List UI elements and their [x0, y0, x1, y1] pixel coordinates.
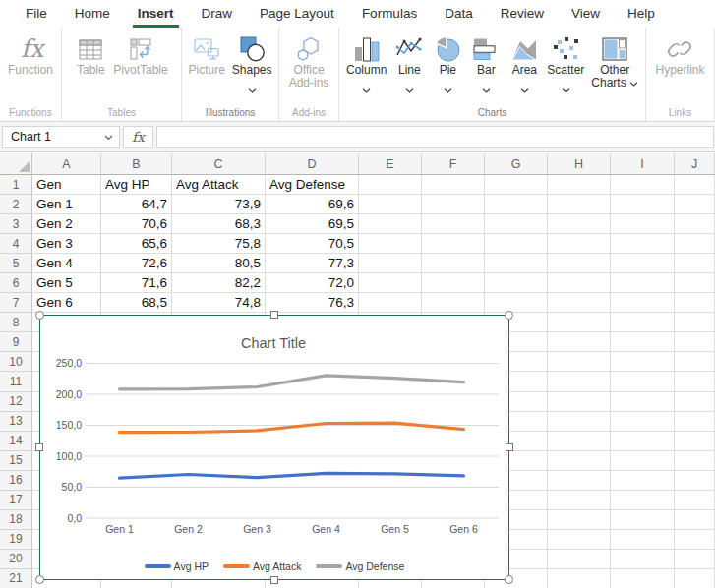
name-box[interactable]: Chart 1: [2, 126, 120, 148]
line-button[interactable]: Line: [390, 34, 428, 85]
formula-input[interactable]: [156, 126, 714, 148]
tab-help[interactable]: Help: [614, 0, 669, 28]
cell-J16[interactable]: [675, 471, 715, 491]
row-header-3[interactable]: 3: [0, 214, 32, 234]
cell-A6[interactable]: Gen 5: [32, 273, 101, 293]
cell-I18[interactable]: [611, 510, 675, 530]
col-header-H[interactable]: H: [548, 153, 611, 175]
cell-H5[interactable]: [548, 254, 611, 273]
cell-D5[interactable]: 77,3: [266, 254, 359, 273]
cell-H3[interactable]: [548, 214, 611, 234]
row-header-8[interactable]: 8: [0, 313, 32, 332]
chart-resize-handle-ne[interactable]: [505, 311, 513, 320]
cell-C2[interactable]: 73,9: [172, 195, 266, 214]
cell-H8[interactable]: [548, 313, 611, 332]
cell-G6[interactable]: [485, 273, 548, 293]
row-header-9[interactable]: 9: [0, 332, 32, 352]
cell-B6[interactable]: 71,6: [101, 273, 172, 293]
cell-B4[interactable]: 65,6: [101, 234, 172, 254]
cell-F3[interactable]: [422, 214, 485, 234]
cell-J6[interactable]: [675, 273, 715, 293]
row-header-19[interactable]: 19: [0, 530, 32, 550]
row-header-1[interactable]: 1: [0, 175, 32, 195]
tab-view[interactable]: View: [558, 0, 614, 28]
cell-H18[interactable]: [548, 510, 611, 530]
chart-title[interactable]: Chart Title: [241, 335, 306, 351]
cell-I14[interactable]: [611, 432, 675, 451]
row-header-17[interactable]: 17: [0, 491, 32, 510]
cell-H2[interactable]: [548, 195, 611, 214]
row-header-18[interactable]: 18: [0, 510, 32, 530]
chart-resize-handle-sw[interactable]: [35, 575, 44, 584]
select-all-corner[interactable]: [0, 153, 32, 175]
tab-formulas[interactable]: Formulas: [348, 0, 431, 28]
cell-A5[interactable]: Gen 4: [32, 254, 101, 273]
cell-I2[interactable]: [611, 195, 675, 214]
cell-J9[interactable]: [675, 332, 715, 352]
chart-resize-handle-n[interactable]: [270, 311, 278, 319]
cell-D4[interactable]: 70,5: [266, 234, 359, 254]
column-button[interactable]: Column: [343, 34, 389, 85]
cell-H12[interactable]: [548, 392, 611, 412]
cell-B7[interactable]: 68,5: [101, 293, 172, 313]
cell-I12[interactable]: [611, 392, 675, 412]
cell-J5[interactable]: [675, 254, 715, 273]
tab-data[interactable]: Data: [431, 0, 487, 28]
cell-I15[interactable]: [611, 451, 675, 471]
chart-resize-handle-nw[interactable]: [35, 311, 44, 320]
row-header-10[interactable]: 10: [0, 352, 32, 372]
cell-J10[interactable]: [675, 352, 715, 372]
cell-B3[interactable]: 70,6: [101, 214, 172, 234]
col-header-G[interactable]: G: [485, 153, 548, 175]
cell-F5[interactable]: [422, 254, 485, 273]
embedded-chart[interactable]: Chart Title0,050,0100,0150,0200,0250,0Ge…: [39, 315, 509, 580]
row-header-14[interactable]: 14: [0, 432, 32, 451]
cell-F7[interactable]: [422, 293, 485, 313]
legend-item-avg-attack[interactable]: Avg Attack: [223, 560, 301, 572]
cell-F6[interactable]: [422, 273, 485, 293]
cell-G7[interactable]: [485, 293, 548, 313]
cell-I7[interactable]: [611, 293, 675, 313]
cell-G5[interactable]: [485, 254, 548, 273]
cell-G3[interactable]: [485, 214, 548, 234]
tab-review[interactable]: Review: [487, 0, 558, 28]
cell-I4[interactable]: [611, 234, 675, 254]
row-header-2[interactable]: 2: [0, 195, 32, 214]
cell-E4[interactable]: [359, 234, 422, 254]
cell-C7[interactable]: 74,8: [172, 293, 266, 313]
cell-I9[interactable]: [611, 332, 675, 352]
cell-H17[interactable]: [548, 491, 611, 510]
row-header-5[interactable]: 5: [0, 254, 32, 273]
cell-I1[interactable]: [611, 175, 675, 195]
cell-I3[interactable]: [611, 214, 675, 234]
row-header-15[interactable]: 15: [0, 451, 32, 471]
cell-D1[interactable]: Avg Defense: [266, 175, 359, 195]
cell-J15[interactable]: [675, 451, 715, 471]
cell-C3[interactable]: 68,3: [172, 214, 266, 234]
cell-I19[interactable]: [611, 530, 675, 550]
row-header-7[interactable]: 7: [0, 293, 32, 313]
cell-J18[interactable]: [675, 510, 715, 530]
cell-J7[interactable]: [675, 293, 715, 313]
area-button[interactable]: Area: [506, 34, 543, 85]
cell-B5[interactable]: 72,6: [101, 254, 172, 273]
row-header-13[interactable]: 13: [0, 412, 32, 432]
cell-I5[interactable]: [611, 254, 675, 273]
series-line-avg-attack[interactable]: [120, 423, 464, 433]
cell-J14[interactable]: [675, 432, 715, 451]
tab-home[interactable]: Home: [61, 0, 124, 28]
cell-J12[interactable]: [675, 392, 715, 412]
cell-F4[interactable]: [422, 234, 485, 254]
cell-I6[interactable]: [611, 273, 675, 293]
scatter-button[interactable]: Scatter: [544, 34, 587, 85]
row-header-12[interactable]: 12: [0, 392, 32, 412]
cell-J3[interactable]: [675, 214, 715, 234]
chart-resize-handle-se[interactable]: [505, 575, 513, 584]
cell-J11[interactable]: [675, 372, 715, 391]
cell-A3[interactable]: Gen 2: [32, 214, 101, 234]
cell-C1[interactable]: Avg Attack: [172, 175, 266, 195]
chart-resize-handle-w[interactable]: [35, 443, 43, 451]
cell-B1[interactable]: Avg HP: [101, 175, 172, 195]
cell-A7[interactable]: Gen 6: [32, 293, 101, 313]
cell-J4[interactable]: [675, 234, 715, 254]
